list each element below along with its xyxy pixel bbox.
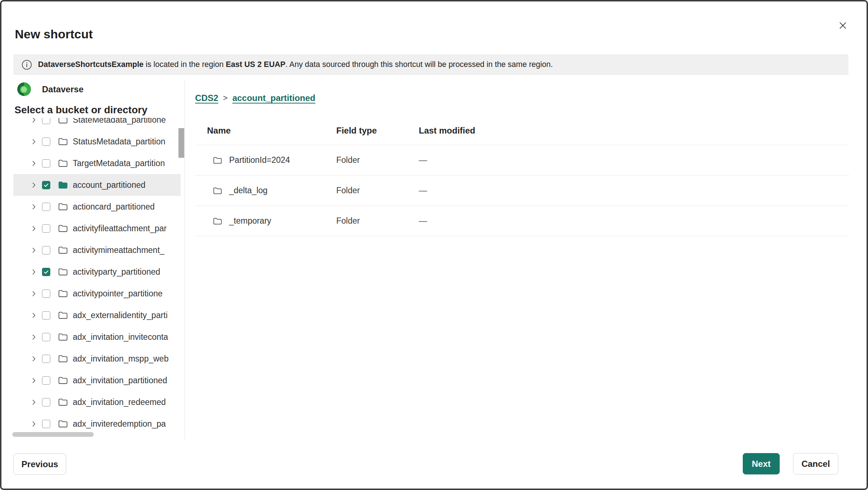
panel-divider	[185, 80, 185, 439]
tree-item-checkbox[interactable]	[42, 203, 50, 211]
tree-item-label: activityfileattachment_par	[73, 224, 167, 233]
tree-item-checkbox[interactable]	[42, 159, 50, 168]
tree-item-checkbox[interactable]	[42, 333, 50, 341]
chevron-right-icon[interactable]	[30, 334, 37, 341]
tree-item[interactable]: account_partitioned	[13, 174, 181, 196]
tree-item-checkbox[interactable]	[42, 398, 50, 406]
table-row-name-cell[interactable]: _delta_log	[195, 186, 336, 196]
tree-item[interactable]: adx_externalidentity_parti	[13, 304, 181, 326]
chevron-right-icon[interactable]	[30, 377, 37, 384]
tree-item-label: TargetMetadata_partition	[73, 159, 165, 168]
close-button[interactable]	[835, 17, 851, 33]
row-last-modified: —	[419, 186, 849, 195]
folder-icon	[58, 245, 68, 255]
folder-icon	[58, 266, 68, 277]
cancel-button[interactable]: Cancel	[793, 453, 838, 474]
folder-icon	[58, 223, 68, 234]
folder-icon	[58, 418, 68, 429]
tree-item-label: activitypointer_partitione	[73, 289, 163, 299]
folder-icon	[212, 155, 223, 165]
chevron-right-icon[interactable]	[30, 421, 37, 427]
tree-item-checkbox[interactable]	[42, 118, 50, 124]
folder-icon	[58, 118, 68, 125]
row-last-modified: —	[419, 155, 849, 165]
close-icon	[838, 21, 848, 30]
row-name: PartitionId=2024	[229, 155, 290, 165]
tree-item-label: StateMetadata_partitione	[73, 118, 166, 125]
tree-item-label: adx_invitation_inviteconta	[73, 332, 168, 342]
tree-item-checkbox[interactable]	[42, 376, 50, 385]
directory-table: Name Field type Last modified PartitionI…	[195, 117, 849, 236]
tree-item-label: adx_invitation_redeemed	[73, 397, 166, 407]
folder-icon	[58, 136, 68, 147]
tree-item-label: adx_invitation_partitioned	[73, 376, 167, 385]
tree-item-checkbox[interactable]	[42, 224, 50, 233]
chevron-right-icon[interactable]	[30, 225, 37, 232]
tree-item[interactable]: activityfileattachment_par	[13, 217, 181, 239]
tree-item-label: adx_inviteredemption_pa	[73, 419, 166, 429]
next-button[interactable]: Next	[743, 453, 780, 474]
table-row[interactable]: _temporary Folder —	[195, 206, 849, 236]
tree-item-label: account_partitioned	[73, 180, 146, 190]
folder-icon	[58, 331, 68, 342]
tree-item[interactable]: activityparty_partitioned	[13, 261, 181, 283]
tree-item-label: StatusMetadata_partition	[73, 137, 165, 147]
tree-item[interactable]: activitymimeattachment_	[13, 239, 181, 261]
tree-item-checkbox[interactable]	[42, 246, 50, 254]
folder-icon	[58, 158, 68, 169]
previous-button[interactable]: Previous	[13, 453, 66, 475]
tree-horizontal-scrollbar[interactable]	[12, 432, 94, 437]
tree-item[interactable]: adx_invitation_partitioned	[13, 369, 181, 391]
chevron-right-icon[interactable]	[30, 247, 37, 254]
row-name: _temporary	[229, 216, 271, 226]
chevron-right-icon[interactable]	[30, 182, 37, 189]
tree-item[interactable]: StatusMetadata_partition	[13, 131, 181, 152]
tree-item[interactable]: adx_invitation_mspp_web	[13, 348, 181, 369]
breadcrumb-link-current[interactable]: account_partitioned	[232, 93, 315, 103]
chevron-right-icon[interactable]	[30, 203, 37, 210]
bucket-tree[interactable]: StateMetadata_partitione StatusMetadata_…	[13, 118, 181, 432]
tree-item-checkbox[interactable]	[42, 181, 50, 189]
tree-item-checkbox[interactable]	[42, 268, 50, 276]
tree-item-checkbox[interactable]	[42, 311, 50, 320]
table-row[interactable]: _delta_log Folder —	[195, 176, 849, 206]
row-last-modified: —	[419, 216, 849, 226]
breadcrumb-link-root[interactable]: CDS2	[195, 93, 218, 103]
tree-item[interactable]: TargetMetadata_partition	[13, 152, 181, 174]
chevron-right-icon[interactable]	[30, 138, 37, 145]
dialog-title: New shortcut	[15, 28, 93, 41]
row-name: _delta_log	[229, 186, 267, 195]
tree-item-checkbox[interactable]	[42, 290, 50, 298]
tree-item-label: activityparty_partitioned	[73, 267, 160, 277]
row-field-type: Folder	[336, 216, 419, 226]
column-header-field-type: Field type	[336, 126, 419, 136]
tree-item[interactable]: adx_inviteredemption_pa	[13, 413, 181, 432]
folder-icon	[58, 310, 68, 321]
tree-item[interactable]: activitypointer_partitione	[13, 283, 181, 304]
folder-filled-icon	[58, 179, 68, 190]
chevron-right-icon[interactable]	[30, 312, 37, 319]
tree-item-checkbox[interactable]	[42, 355, 50, 363]
tree-item-checkbox[interactable]	[42, 138, 50, 146]
region-info-banner: DataverseShortcutsExample is located in …	[13, 54, 848, 75]
chevron-right-icon[interactable]	[30, 290, 37, 297]
folder-icon	[212, 216, 223, 226]
tree-item[interactable]: adx_invitation_redeemed	[13, 391, 181, 413]
chevron-right-icon[interactable]	[30, 160, 37, 167]
tree-item[interactable]: adx_invitation_inviteconta	[13, 326, 181, 348]
tree-item[interactable]: StateMetadata_partitione	[13, 118, 181, 131]
folder-icon	[212, 186, 223, 196]
chevron-right-icon[interactable]	[30, 269, 37, 275]
table-row-name-cell[interactable]: _temporary	[195, 216, 336, 226]
tree-item[interactable]: actioncard_partitioned	[13, 196, 181, 217]
table-row-name-cell[interactable]: PartitionId=2024	[195, 155, 336, 165]
tree-item-checkbox[interactable]	[42, 420, 50, 428]
chevron-right-icon[interactable]	[30, 399, 37, 406]
chevron-right-icon[interactable]	[30, 355, 37, 362]
row-field-type: Folder	[336, 155, 419, 165]
row-field-type: Folder	[336, 186, 419, 195]
tree-item-label: adx_invitation_mspp_web	[73, 354, 169, 364]
table-row[interactable]: PartitionId=2024 Folder —	[195, 145, 849, 176]
provider-label: Dataverse	[42, 84, 84, 94]
chevron-right-icon[interactable]	[30, 118, 37, 123]
